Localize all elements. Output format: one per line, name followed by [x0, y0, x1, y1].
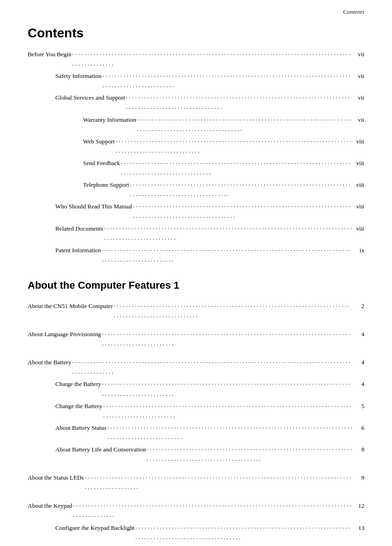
toc-entry-color-coded-keys: About the Color-Coded Keys 13: [28, 544, 364, 546]
toc-dots: [114, 299, 352, 321]
toc-text: About the Color-Coded Keys: [55, 544, 127, 546]
toc-text: About the Keypad: [28, 500, 72, 511]
toc-dots: [85, 471, 352, 493]
toc-page: 8: [353, 444, 364, 455]
toc-dots: [116, 135, 352, 156]
toc-text: Global Services and Support: [55, 92, 125, 103]
toc-page: 4: [353, 357, 364, 368]
toc-page: vii: [353, 71, 364, 81]
toc-page: 9: [353, 472, 364, 483]
toc-text: About Language Provisioning: [28, 329, 101, 339]
toc-entry-battery-status: About Battery Status 6: [28, 422, 364, 444]
toc-dots: [133, 200, 352, 221]
toc-page: 13: [353, 544, 364, 546]
toc-dots: [128, 543, 352, 546]
toc-group-chapter1: About the CN51 Mobile Computer 2 About L…: [28, 301, 364, 546]
toc-dots: [102, 243, 352, 265]
toc-dots: [73, 499, 352, 521]
toc-dots: [130, 178, 352, 200]
toc-page: 12: [353, 500, 364, 511]
header-text: Contents: [343, 8, 364, 15]
toc-dots: [107, 421, 352, 443]
toc-text: Telephone Support: [83, 179, 129, 190]
toc-entry-keypad-backlight: Configure the Keypad Backlight 13: [28, 522, 364, 544]
toc-entry-charge-battery: Charge the Battery 4: [28, 379, 364, 400]
toc-entry-web-support: Web Support viii: [28, 136, 364, 158]
toc-text: Related Documents: [55, 223, 103, 234]
toc-dots: [136, 521, 352, 543]
toc-entry-send-feedback: Send Feedback viii: [28, 158, 364, 179]
toc-dots: [103, 399, 352, 421]
toc-page: viii: [353, 179, 364, 190]
toc-text: Send Feedback: [83, 158, 120, 168]
toc-text: Change the Battery: [55, 401, 102, 411]
toc-dots: [72, 356, 353, 377]
toc-page: 4: [353, 329, 364, 339]
toc-dots: [126, 91, 352, 113]
toc-page: viii: [353, 223, 364, 234]
page-title: Contents: [28, 26, 364, 41]
toc-entry-language-provisioning: About Language Provisioning 4: [28, 329, 364, 350]
page-header: Contents: [0, 0, 392, 19]
toc-dots: [147, 443, 352, 464]
toc-page: 6: [353, 422, 364, 433]
toc-entry-safety-information: Safety Information vii: [28, 71, 364, 92]
toc-dots: [102, 327, 352, 349]
toc-dots: [102, 69, 352, 91]
toc-entry-change-battery: Change the Battery 5: [28, 401, 364, 422]
toc-text: Warranty Information: [83, 114, 136, 125]
toc-text: About the CN51 Mobile Computer: [28, 301, 113, 311]
toc-dots: [121, 156, 352, 178]
toc-text: About Battery Life and Conservation: [55, 444, 146, 455]
toc-page: 4: [353, 379, 364, 389]
toc-text: Web Support: [83, 136, 115, 147]
toc-dots: [72, 47, 352, 69]
toc-page: vii: [353, 92, 364, 103]
toc-page: vii: [353, 49, 364, 59]
chapter1-heading: About the Computer Features 1: [28, 279, 364, 291]
toc-entry-global-services: Global Services and Support vii: [28, 92, 364, 114]
toc-text: Configure the Keypad Backlight: [55, 522, 135, 533]
toc-page: ix: [353, 245, 364, 255]
toc-entry-keypad: About the Keypad 12: [28, 500, 364, 522]
toc-page: 13: [353, 522, 364, 533]
toc-entry-status-leds: About the Status LEDs 9: [28, 472, 364, 494]
toc-text: About Battery Status: [55, 422, 107, 433]
toc-dots: [102, 377, 352, 399]
toc-text: Safety Information: [55, 71, 101, 81]
toc-page: vii: [353, 114, 364, 125]
page-content: Contents Before You Begin vii Safety Inf…: [0, 19, 392, 546]
toc-entry-battery-life: About Battery Life and Conservation 8: [28, 444, 364, 466]
toc-entry-warranty: Warranty Information vii: [28, 114, 364, 136]
toc-text: Before You Begin: [28, 49, 71, 59]
toc-dots: [104, 222, 352, 243]
toc-entry-before-you-begin: Before You Begin vii: [28, 49, 364, 71]
toc-entry-battery: About the Battery 4: [28, 357, 364, 379]
toc-text: About the Battery: [28, 357, 71, 368]
toc-page: 2: [353, 301, 364, 311]
toc-text: Charge the Battery: [55, 379, 101, 389]
toc-entry-patent-information: Patent Information ix: [28, 245, 364, 267]
toc-text: About the Status LEDs: [28, 472, 84, 483]
toc-dots: [137, 113, 352, 135]
toc-page: viii: [353, 158, 364, 168]
toc-entry-telephone-support: Telephone Support viii: [28, 179, 364, 201]
toc-page: viii: [353, 136, 364, 147]
toc-page: 5: [353, 401, 364, 411]
toc-text: Who Should Read This Manual: [55, 201, 132, 212]
toc-page: viii: [353, 201, 364, 212]
toc-entry-who-should-read: Who Should Read This Manual viii: [28, 201, 364, 223]
toc-group-preface: Before You Begin vii Safety Information …: [28, 49, 364, 267]
toc-entry-related-documents: Related Documents viii: [28, 223, 364, 245]
toc-text: Patent Information: [55, 245, 101, 255]
toc-entry-cn51: About the CN51 Mobile Computer 2: [28, 301, 364, 322]
